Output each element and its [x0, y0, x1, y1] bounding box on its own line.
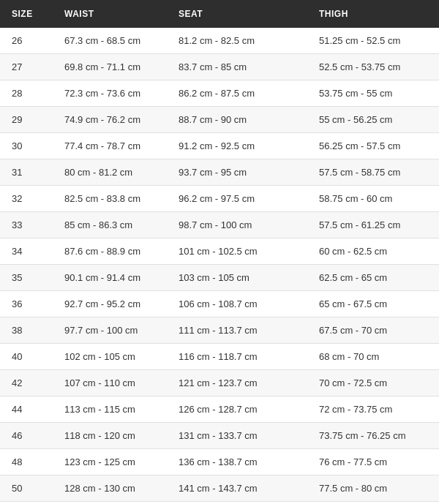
- cell-waist: 113 cm - 115 cm: [53, 396, 167, 423]
- cell-waist: 118 cm - 120 cm: [53, 423, 167, 449]
- table-row: 3897.7 cm - 100 cm111 cm - 113.7 cm67.5 …: [0, 317, 439, 344]
- table-row: 46118 cm - 120 cm131 cm - 133.7 cm73.75 …: [0, 423, 439, 449]
- table-row: 3180 cm - 81.2 cm93.7 cm - 95 cm57.5 cm …: [0, 159, 439, 186]
- cell-seat: 103 cm - 105 cm: [167, 265, 307, 291]
- cell-thigh: 55 cm - 56.25 cm: [307, 107, 439, 133]
- cell-seat: 91.2 cm - 92.5 cm: [167, 133, 307, 159]
- cell-waist: 102 cm - 105 cm: [53, 344, 167, 370]
- cell-size: 48: [0, 449, 53, 475]
- cell-waist: 128 cm - 130 cm: [53, 475, 167, 502]
- cell-waist: 67.3 cm - 68.5 cm: [53, 28, 167, 54]
- table-header-row: SIZE WAIST SEAT THIGH: [0, 0, 439, 28]
- table-row: 2769.8 cm - 71.1 cm83.7 cm - 85 cm52.5 c…: [0, 54, 439, 80]
- cell-waist: 80 cm - 81.2 cm: [53, 159, 167, 186]
- cell-thigh: 76 cm - 77.5 cm: [307, 449, 439, 475]
- cell-seat: 96.2 cm - 97.5 cm: [167, 186, 307, 212]
- table-row: 3385 cm - 86.3 cm98.7 cm - 100 cm57.5 cm…: [0, 212, 439, 238]
- cell-waist: 85 cm - 86.3 cm: [53, 212, 167, 238]
- cell-seat: 116 cm - 118.7 cm: [167, 344, 307, 370]
- cell-thigh: 57.5 cm - 61.25 cm: [307, 212, 439, 238]
- cell-thigh: 53.75 cm - 55 cm: [307, 80, 439, 107]
- cell-size: 36: [0, 291, 53, 317]
- cell-size: 44: [0, 396, 53, 423]
- cell-waist: 87.6 cm - 88.9 cm: [53, 238, 167, 265]
- cell-waist: 69.8 cm - 71.1 cm: [53, 54, 167, 80]
- cell-thigh: 52.5 cm - 53.75 cm: [307, 54, 439, 80]
- table-row: 40102 cm - 105 cm116 cm - 118.7 cm68 cm …: [0, 344, 439, 370]
- cell-waist: 92.7 cm - 95.2 cm: [53, 291, 167, 317]
- cell-waist: 72.3 cm - 73.6 cm: [53, 80, 167, 107]
- cell-thigh: 72 cm - 73.75 cm: [307, 396, 439, 423]
- cell-waist: 123 cm - 125 cm: [53, 449, 167, 475]
- table-row: 3282.5 cm - 83.8 cm96.2 cm - 97.5 cm58.7…: [0, 186, 439, 212]
- cell-seat: 141 cm - 143.7 cm: [167, 475, 307, 502]
- cell-thigh: 67.5 cm - 70 cm: [307, 317, 439, 344]
- cell-seat: 126 cm - 128.7 cm: [167, 396, 307, 423]
- cell-size: 40: [0, 344, 53, 370]
- size-chart-table: SIZE WAIST SEAT THIGH 2667.3 cm - 68.5 c…: [0, 0, 439, 502]
- header-seat: SEAT: [167, 0, 307, 28]
- table-row: 3590.1 cm - 91.4 cm103 cm - 105 cm62.5 c…: [0, 265, 439, 291]
- cell-thigh: 51.25 cm - 52.5 cm: [307, 28, 439, 54]
- cell-seat: 101 cm - 102.5 cm: [167, 238, 307, 265]
- cell-size: 29: [0, 107, 53, 133]
- cell-size: 42: [0, 370, 53, 396]
- cell-seat: 86.2 cm - 87.5 cm: [167, 80, 307, 107]
- cell-thigh: 68 cm - 70 cm: [307, 344, 439, 370]
- cell-thigh: 77.5 cm - 80 cm: [307, 475, 439, 502]
- table-row: 3487.6 cm - 88.9 cm101 cm - 102.5 cm60 c…: [0, 238, 439, 265]
- cell-size: 50: [0, 475, 53, 502]
- cell-size: 32: [0, 186, 53, 212]
- cell-waist: 82.5 cm - 83.8 cm: [53, 186, 167, 212]
- table-row: 2667.3 cm - 68.5 cm81.2 cm - 82.5 cm51.2…: [0, 28, 439, 54]
- cell-seat: 88.7 cm - 90 cm: [167, 107, 307, 133]
- table-row: 3692.7 cm - 95.2 cm106 cm - 108.7 cm65 c…: [0, 291, 439, 317]
- cell-seat: 81.2 cm - 82.5 cm: [167, 28, 307, 54]
- cell-size: 34: [0, 238, 53, 265]
- cell-waist: 74.9 cm - 76.2 cm: [53, 107, 167, 133]
- cell-thigh: 60 cm - 62.5 cm: [307, 238, 439, 265]
- cell-thigh: 70 cm - 72.5 cm: [307, 370, 439, 396]
- cell-seat: 136 cm - 138.7 cm: [167, 449, 307, 475]
- cell-thigh: 58.75 cm - 60 cm: [307, 186, 439, 212]
- table-row: 3077.4 cm - 78.7 cm91.2 cm - 92.5 cm56.2…: [0, 133, 439, 159]
- table-row: 44113 cm - 115 cm126 cm - 128.7 cm72 cm …: [0, 396, 439, 423]
- cell-size: 27: [0, 54, 53, 80]
- cell-seat: 131 cm - 133.7 cm: [167, 423, 307, 449]
- header-thigh: THIGH: [307, 0, 439, 28]
- cell-size: 33: [0, 212, 53, 238]
- cell-size: 35: [0, 265, 53, 291]
- table-row: 42107 cm - 110 cm121 cm - 123.7 cm70 cm …: [0, 370, 439, 396]
- cell-seat: 98.7 cm - 100 cm: [167, 212, 307, 238]
- table-row: 50128 cm - 130 cm141 cm - 143.7 cm77.5 c…: [0, 475, 439, 502]
- cell-seat: 83.7 cm - 85 cm: [167, 54, 307, 80]
- header-waist: WAIST: [53, 0, 167, 28]
- cell-waist: 77.4 cm - 78.7 cm: [53, 133, 167, 159]
- cell-seat: 106 cm - 108.7 cm: [167, 291, 307, 317]
- cell-waist: 90.1 cm - 91.4 cm: [53, 265, 167, 291]
- table-row: 2974.9 cm - 76.2 cm88.7 cm - 90 cm55 cm …: [0, 107, 439, 133]
- cell-size: 30: [0, 133, 53, 159]
- cell-thigh: 57.5 cm - 58.75 cm: [307, 159, 439, 186]
- table-row: 2872.3 cm - 73.6 cm86.2 cm - 87.5 cm53.7…: [0, 80, 439, 107]
- cell-thigh: 65 cm - 67.5 cm: [307, 291, 439, 317]
- cell-size: 28: [0, 80, 53, 107]
- cell-seat: 111 cm - 113.7 cm: [167, 317, 307, 344]
- cell-seat: 93.7 cm - 95 cm: [167, 159, 307, 186]
- cell-thigh: 56.25 cm - 57.5 cm: [307, 133, 439, 159]
- cell-size: 38: [0, 317, 53, 344]
- cell-thigh: 73.75 cm - 76.25 cm: [307, 423, 439, 449]
- cell-waist: 97.7 cm - 100 cm: [53, 317, 167, 344]
- header-size: SIZE: [0, 0, 53, 28]
- cell-waist: 107 cm - 110 cm: [53, 370, 167, 396]
- cell-seat: 121 cm - 123.7 cm: [167, 370, 307, 396]
- cell-size: 31: [0, 159, 53, 186]
- cell-size: 46: [0, 423, 53, 449]
- table-row: 48123 cm - 125 cm136 cm - 138.7 cm76 cm …: [0, 449, 439, 475]
- cell-thigh: 62.5 cm - 65 cm: [307, 265, 439, 291]
- cell-size: 26: [0, 28, 53, 54]
